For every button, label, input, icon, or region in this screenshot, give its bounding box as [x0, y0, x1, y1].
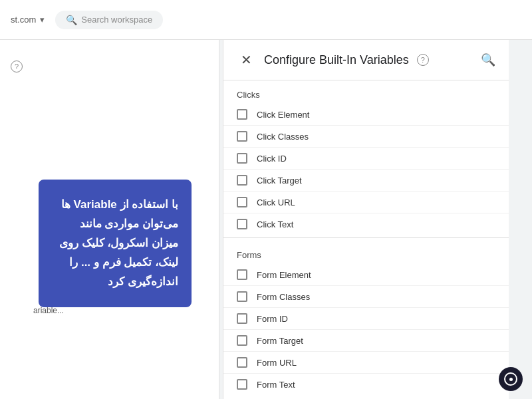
click-classes-label[interactable]: Click Classes: [257, 132, 309, 142]
panel-search-button[interactable]: 🔍: [481, 53, 495, 67]
form-url-row: Form URL: [223, 352, 509, 374]
click-target-label[interactable]: Click Target: [257, 176, 302, 186]
click-url-row: Click URL: [223, 192, 509, 213]
help-area: ?: [11, 60, 208, 72]
form-id-row: Form ID: [223, 308, 509, 330]
panel-header-left: ✕ Configure Built-In Variables ?: [237, 51, 429, 69]
click-id-row: Click ID: [223, 148, 509, 170]
click-text-row: Click Text: [223, 213, 509, 235]
form-element-row: Form Element: [223, 264, 509, 286]
close-button[interactable]: ✕: [237, 51, 256, 69]
click-classes-checkbox[interactable]: [237, 131, 247, 142]
form-target-label[interactable]: Form Target: [257, 336, 303, 346]
form-url-checkbox[interactable]: [237, 357, 247, 368]
form-classes-label[interactable]: Form Classes: [257, 292, 310, 302]
click-text-label[interactable]: Click Text: [257, 219, 293, 229]
form-classes-checkbox[interactable]: [237, 291, 247, 302]
search-placeholder: Search workspace: [81, 15, 152, 25]
click-element-row: Click Element: [223, 104, 509, 126]
form-element-checkbox[interactable]: [237, 269, 247, 280]
form-id-label[interactable]: Form ID: [257, 314, 288, 324]
form-target-row: Form Target: [223, 330, 509, 352]
form-element-label[interactable]: Form Element: [257, 270, 311, 280]
section-divider-1: [223, 237, 509, 238]
url-dropdown-icon[interactable]: ▾: [40, 15, 45, 25]
search-bar[interactable]: 🔍 Search workspace: [55, 11, 163, 29]
click-target-checkbox[interactable]: [237, 175, 247, 186]
panel-help-icon[interactable]: ?: [417, 54, 429, 66]
browser-area: ? با استفاده از Variable ها می‌توان موار…: [0, 40, 219, 399]
clicks-section: Clicks Click Element Click Classes Click…: [223, 80, 509, 235]
click-element-checkbox[interactable]: [237, 109, 247, 120]
clicks-section-label: Clicks: [223, 80, 509, 104]
click-element-label[interactable]: Click Element: [257, 110, 309, 120]
url-text: st.com: [11, 15, 36, 25]
click-classes-row: Click Classes: [223, 126, 509, 148]
click-text-checkbox[interactable]: [237, 219, 247, 229]
form-text-label[interactable]: Form Text: [257, 380, 295, 390]
variable-label: ariable...: [33, 306, 64, 315]
forms-section-label: Forms: [223, 241, 509, 264]
click-id-label[interactable]: Click ID: [257, 154, 287, 164]
form-text-row: Form Text: [223, 374, 509, 395]
tooltip-box: با استفاده از Variable ها می‌توان مواردی…: [39, 180, 192, 307]
click-target-row: Click Target: [223, 170, 509, 192]
browser-content: ?: [0, 40, 219, 86]
panel-body: Clicks Click Element Click Classes Click…: [223, 80, 509, 395]
search-icon: 🔍: [66, 15, 77, 25]
configure-panel: ✕ Configure Built-In Variables ? 🔍 Click…: [223, 40, 509, 399]
form-id-checkbox[interactable]: [237, 313, 247, 324]
logo-circle: [499, 367, 523, 391]
form-text-checkbox[interactable]: [237, 379, 247, 390]
panel-search-icon: 🔍: [481, 53, 495, 66]
info-icon: ?: [11, 61, 23, 72]
url-area: st.com ▾: [11, 15, 45, 25]
click-url-label[interactable]: Click URL: [257, 198, 295, 207]
panel-header: ✕ Configure Built-In Variables ? 🔍: [223, 40, 509, 80]
logo-dot: [509, 378, 513, 381]
form-target-checkbox[interactable]: [237, 335, 247, 346]
logo-watermark: [499, 367, 523, 391]
forms-section: Forms Form Element Form Classes Form ID …: [223, 241, 509, 395]
click-id-checkbox[interactable]: [237, 153, 247, 164]
form-classes-row: Form Classes: [223, 286, 509, 308]
click-url-checkbox[interactable]: [237, 197, 247, 207]
form-url-label[interactable]: Form URL: [257, 358, 297, 368]
browser-toolbar: st.com ▾ 🔍 Search workspace: [0, 0, 532, 40]
close-icon: ✕: [241, 53, 252, 67]
logo-inner: [504, 372, 517, 386]
tooltip-text: با استفاده از Variable ها می‌توان مواردی…: [59, 198, 178, 288]
panel-title: Configure Built-In Variables: [264, 53, 409, 67]
